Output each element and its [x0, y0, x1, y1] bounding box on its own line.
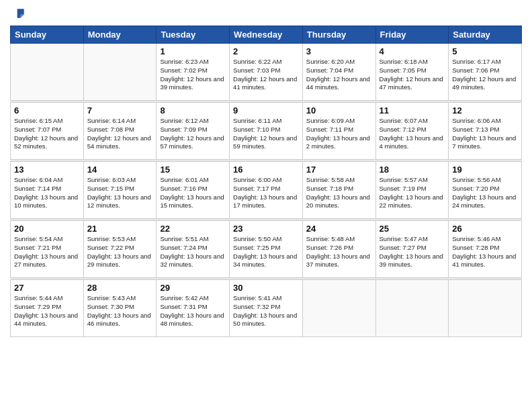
table-row — [11, 44, 84, 101]
day-number: 25 — [380, 224, 445, 234]
day-info: Sunrise: 6:20 AM Sunset: 7:04 PM Dayligh… — [306, 58, 372, 92]
logo-icon — [13, 7, 26, 20]
day-number: 28 — [87, 283, 153, 293]
day-number: 16 — [233, 165, 299, 175]
table-row: 7Sunrise: 6:14 AM Sunset: 7:08 PM Daylig… — [83, 103, 157, 160]
days-header-row: Sunday Monday Tuesday Wednesday Thursday… — [11, 26, 522, 44]
day-info: Sunrise: 6:12 AM Sunset: 7:09 PM Dayligh… — [160, 117, 226, 151]
day-info: Sunrise: 6:11 AM Sunset: 7:10 PM Dayligh… — [233, 117, 299, 151]
day-info: Sunrise: 6:00 AM Sunset: 7:17 PM Dayligh… — [233, 176, 299, 210]
table-row: 1Sunrise: 6:23 AM Sunset: 7:02 PM Daylig… — [157, 44, 230, 101]
day-info: Sunrise: 6:14 AM Sunset: 7:08 PM Dayligh… — [87, 117, 153, 151]
table-row — [375, 280, 449, 337]
calendar-week-row: 6Sunrise: 6:15 AM Sunset: 7:07 PM Daylig… — [11, 103, 522, 160]
day-info: Sunrise: 5:50 AM Sunset: 7:25 PM Dayligh… — [233, 235, 299, 269]
table-row — [449, 280, 522, 337]
day-info: Sunrise: 6:22 AM Sunset: 7:03 PM Dayligh… — [233, 58, 299, 92]
day-info: Sunrise: 5:47 AM Sunset: 7:27 PM Dayligh… — [380, 235, 445, 269]
calendar-week-row: 1Sunrise: 6:23 AM Sunset: 7:02 PM Daylig… — [11, 44, 522, 101]
day-number: 5 — [452, 46, 518, 56]
day-info: Sunrise: 5:44 AM Sunset: 7:29 PM Dayligh… — [14, 294, 80, 328]
table-row: 19Sunrise: 5:56 AM Sunset: 7:20 PM Dayli… — [449, 162, 522, 219]
day-info: Sunrise: 6:23 AM Sunset: 7:02 PM Dayligh… — [160, 58, 226, 92]
day-number: 21 — [87, 224, 153, 234]
day-number: 1 — [160, 46, 226, 56]
table-row: 20Sunrise: 5:54 AM Sunset: 7:21 PM Dayli… — [11, 221, 84, 278]
day-number: 7 — [87, 105, 153, 116]
day-info: Sunrise: 5:57 AM Sunset: 7:19 PM Dayligh… — [380, 176, 445, 210]
header-friday: Friday — [375, 26, 449, 44]
table-row: 14Sunrise: 6:03 AM Sunset: 7:15 PM Dayli… — [83, 162, 157, 219]
day-number: 3 — [306, 46, 372, 56]
day-number: 13 — [14, 165, 80, 175]
table-row: 26Sunrise: 5:46 AM Sunset: 7:28 PM Dayli… — [449, 221, 522, 278]
svg-marker-1 — [21, 15, 24, 18]
day-info: Sunrise: 6:07 AM Sunset: 7:12 PM Dayligh… — [380, 117, 445, 151]
day-info: Sunrise: 5:54 AM Sunset: 7:21 PM Dayligh… — [14, 235, 80, 269]
day-number: 22 — [160, 224, 226, 234]
table-row: 11Sunrise: 6:07 AM Sunset: 7:12 PM Dayli… — [375, 103, 449, 160]
day-info: Sunrise: 6:18 AM Sunset: 7:05 PM Dayligh… — [380, 58, 445, 92]
day-number: 14 — [87, 165, 153, 175]
day-number: 10 — [306, 105, 372, 116]
table-row: 15Sunrise: 6:01 AM Sunset: 7:16 PM Dayli… — [157, 162, 230, 219]
day-number: 11 — [380, 105, 445, 116]
table-row: 16Sunrise: 6:00 AM Sunset: 7:17 PM Dayli… — [230, 162, 303, 219]
header-tuesday: Tuesday — [157, 26, 230, 44]
day-info: Sunrise: 5:42 AM Sunset: 7:31 PM Dayligh… — [160, 294, 226, 328]
day-info: Sunrise: 5:48 AM Sunset: 7:26 PM Dayligh… — [306, 235, 372, 269]
day-number: 6 — [14, 105, 80, 116]
day-number: 12 — [452, 105, 518, 116]
day-info: Sunrise: 5:51 AM Sunset: 7:24 PM Dayligh… — [160, 235, 226, 269]
table-row: 21Sunrise: 5:53 AM Sunset: 7:22 PM Dayli… — [83, 221, 157, 278]
day-number: 23 — [233, 224, 299, 234]
table-row: 17Sunrise: 5:58 AM Sunset: 7:18 PM Dayli… — [302, 162, 375, 219]
day-info: Sunrise: 6:03 AM Sunset: 7:15 PM Dayligh… — [87, 176, 153, 210]
table-row — [302, 280, 375, 337]
table-row: 23Sunrise: 5:50 AM Sunset: 7:25 PM Dayli… — [230, 221, 303, 278]
logo — [10, 7, 26, 20]
day-number: 27 — [14, 283, 80, 293]
table-row: 12Sunrise: 6:06 AM Sunset: 7:13 PM Dayli… — [449, 103, 522, 160]
calendar-week-row: 20Sunrise: 5:54 AM Sunset: 7:21 PM Dayli… — [11, 221, 522, 278]
calendar-week-row: 27Sunrise: 5:44 AM Sunset: 7:29 PM Dayli… — [11, 280, 522, 337]
table-row: 18Sunrise: 5:57 AM Sunset: 7:19 PM Dayli… — [375, 162, 449, 219]
table-row: 9Sunrise: 6:11 AM Sunset: 7:10 PM Daylig… — [230, 103, 303, 160]
header-saturday: Saturday — [449, 26, 522, 44]
day-number: 29 — [160, 283, 226, 293]
header-monday: Monday — [83, 26, 157, 44]
day-number: 2 — [233, 46, 299, 56]
table-row: 24Sunrise: 5:48 AM Sunset: 7:26 PM Dayli… — [302, 221, 375, 278]
table-row: 2Sunrise: 6:22 AM Sunset: 7:03 PM Daylig… — [230, 44, 303, 101]
day-info: Sunrise: 6:15 AM Sunset: 7:07 PM Dayligh… — [14, 117, 80, 151]
day-info: Sunrise: 6:01 AM Sunset: 7:16 PM Dayligh… — [160, 176, 226, 210]
header-wednesday: Wednesday — [230, 26, 303, 44]
day-number: 8 — [160, 105, 226, 116]
day-info: Sunrise: 6:17 AM Sunset: 7:06 PM Dayligh… — [452, 58, 518, 92]
day-info: Sunrise: 6:06 AM Sunset: 7:13 PM Dayligh… — [452, 117, 518, 151]
table-row: 4Sunrise: 6:18 AM Sunset: 7:05 PM Daylig… — [375, 44, 449, 101]
day-number: 9 — [233, 105, 299, 116]
svg-marker-0 — [17, 9, 24, 17]
day-number: 24 — [306, 224, 372, 234]
day-number: 18 — [380, 165, 445, 175]
day-info: Sunrise: 5:41 AM Sunset: 7:32 PM Dayligh… — [233, 294, 299, 328]
calendar-week-row: 13Sunrise: 6:04 AM Sunset: 7:14 PM Dayli… — [11, 162, 522, 219]
day-info: Sunrise: 6:09 AM Sunset: 7:11 PM Dayligh… — [306, 117, 372, 151]
table-row: 27Sunrise: 5:44 AM Sunset: 7:29 PM Dayli… — [11, 280, 84, 337]
day-info: Sunrise: 5:46 AM Sunset: 7:28 PM Dayligh… — [452, 235, 518, 269]
table-row: 29Sunrise: 5:42 AM Sunset: 7:31 PM Dayli… — [157, 280, 230, 337]
table-row: 25Sunrise: 5:47 AM Sunset: 7:27 PM Dayli… — [375, 221, 449, 278]
day-number: 15 — [160, 165, 226, 175]
calendar: Sunday Monday Tuesday Wednesday Thursday… — [10, 26, 522, 337]
table-row: 22Sunrise: 5:51 AM Sunset: 7:24 PM Dayli… — [157, 221, 230, 278]
day-info: Sunrise: 5:43 AM Sunset: 7:30 PM Dayligh… — [87, 294, 153, 328]
day-number: 4 — [380, 46, 445, 56]
header-thursday: Thursday — [302, 26, 375, 44]
day-number: 19 — [452, 165, 518, 175]
table-row: 8Sunrise: 6:12 AM Sunset: 7:09 PM Daylig… — [157, 103, 230, 160]
table-row: 10Sunrise: 6:09 AM Sunset: 7:11 PM Dayli… — [302, 103, 375, 160]
table-row: 6Sunrise: 6:15 AM Sunset: 7:07 PM Daylig… — [11, 103, 84, 160]
header — [10, 7, 522, 20]
day-info: Sunrise: 6:04 AM Sunset: 7:14 PM Dayligh… — [14, 176, 80, 210]
